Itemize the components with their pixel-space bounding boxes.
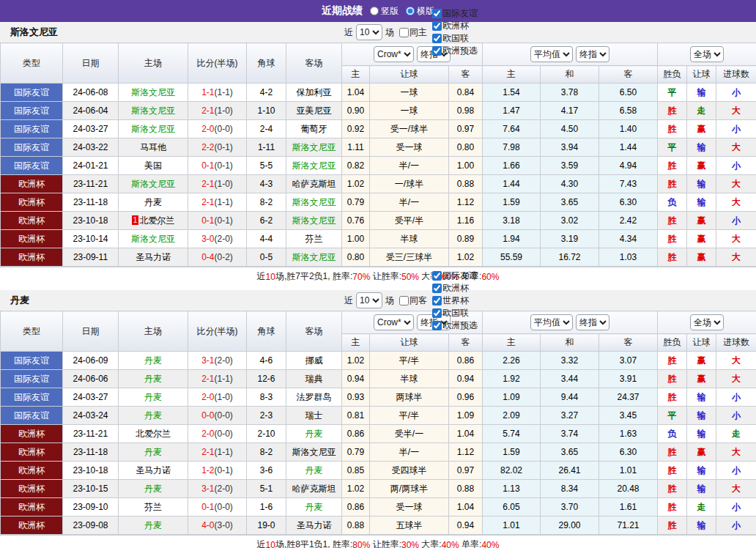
corners-cell: 8-2: [247, 193, 286, 212]
crow-away-odds: 1.12: [449, 193, 483, 212]
match-date: 24-06-04: [63, 102, 119, 120]
score-cell: 2-2(0-1): [188, 138, 247, 157]
corners-cell: 12-6: [247, 370, 286, 388]
scope-select[interactable]: 全场: [690, 314, 724, 330]
average-odds-group: 平均值终指: [483, 311, 658, 334]
handicap-cell: 半/一: [370, 443, 449, 462]
away-team-cell: 斯洛文尼亚: [286, 212, 342, 230]
sub-column-header: 客: [449, 334, 483, 352]
corners-cell: 1-11: [247, 138, 286, 157]
team-label: 丹麦: [144, 520, 162, 530]
avg-time-select[interactable]: 终指: [576, 46, 609, 62]
competition-checkbox[interactable]: 欧洲预选: [432, 319, 478, 332]
avg-home-odds: 5.74: [483, 425, 541, 443]
match-type: 国际友谊: [1, 120, 63, 138]
checkbox-icon[interactable]: [432, 296, 442, 306]
checkbox-icon[interactable]: [432, 21, 442, 31]
crow-away-odds: 1.12: [449, 443, 483, 462]
avg-away-odds: 1.03: [599, 248, 658, 267]
summary-stat-value: 10: [266, 272, 275, 282]
column-header: 日期: [63, 311, 119, 352]
handicap-result-cell: 走: [687, 498, 716, 516]
summary-stat-value: 80%: [352, 540, 370, 548]
result-cell: 平: [658, 407, 687, 425]
avg-home-odds: 7.64: [483, 120, 541, 138]
checkbox-icon[interactable]: [432, 46, 442, 56]
competition-checkbox[interactable]: 欧洲杯: [432, 20, 478, 32]
competition-checkbox[interactable]: 欧国联: [432, 32, 478, 45]
checkbox-icon[interactable]: [399, 296, 409, 306]
average-select[interactable]: 平均值: [530, 46, 573, 62]
competition-checkbox[interactable]: 国际友谊: [432, 270, 478, 282]
crow-home-odds: 0.79: [342, 193, 370, 212]
avg-home-odds: 1.54: [483, 84, 541, 102]
handicap-result-cell: 赢: [687, 370, 716, 388]
checkbox-icon[interactable]: [432, 9, 442, 18]
competition-checkbox[interactable]: 国际友谊: [432, 7, 478, 20]
score-cell: 0-1(0-1): [188, 157, 247, 175]
checkbox-icon[interactable]: [432, 308, 442, 318]
average-odds-group: 平均值终指: [483, 43, 658, 66]
scope-select[interactable]: 全场: [690, 46, 724, 62]
avg-time-select[interactable]: 终指: [576, 314, 609, 330]
competition-checkbox[interactable]: 欧国联: [432, 307, 478, 319]
goals-result-cell: 大: [716, 352, 756, 370]
checkbox-icon[interactable]: [432, 284, 442, 293]
same-venue-checkbox[interactable]: 同客: [399, 295, 427, 307]
corners-cell: 4-6: [247, 352, 286, 370]
handicap-result-cell: 赢: [687, 212, 716, 230]
competition-checkbox[interactable]: 世界杯: [432, 295, 478, 307]
checkbox-icon[interactable]: [432, 34, 442, 43]
checkbox-icon[interactable]: [432, 321, 442, 330]
crow-home-odds: 0.80: [342, 248, 370, 267]
crow-home-odds: 0.88: [342, 516, 370, 535]
competition-checkbox[interactable]: 欧洲预选: [432, 45, 478, 57]
home-team-cell: 丹麦: [119, 407, 188, 425]
team-label: 马耳他: [140, 142, 166, 152]
corners-cell: 8-3: [247, 388, 286, 407]
avg-away-odds: 1.44: [599, 138, 658, 157]
handicap-cell: 半/一: [370, 193, 449, 212]
handicap-result-cell: 输: [687, 138, 716, 157]
games-count-select[interactable]: 10: [356, 24, 382, 40]
match-type: 欧洲杯: [1, 443, 63, 462]
same-venue-checkbox[interactable]: 同主: [399, 26, 427, 39]
crow-away-odds: 1.09: [449, 407, 483, 425]
checkbox-icon[interactable]: [399, 28, 409, 37]
handicap-cell: 半球: [370, 370, 449, 388]
result-cell: 平: [658, 84, 687, 102]
away-team-cell: 斯洛文尼亚: [286, 193, 342, 212]
fulltime-score: 0-1: [201, 160, 214, 171]
score-cell: 2-1(1-1): [188, 193, 247, 212]
crow-away-odds: 0.88: [449, 175, 483, 193]
summary-text: 大率:: [419, 538, 442, 548]
filter-bar: 近 10 场 同客 国际友谊欧洲杯世界杯欧国联欧洲预选: [344, 270, 478, 332]
team-label: 丹麦: [144, 374, 162, 384]
score-cell: 2-1(1-1): [188, 370, 247, 388]
score-cell: 3-1(2-0): [188, 480, 247, 498]
goals-result-cell: 小: [716, 407, 756, 425]
corners-cell: 6-2: [247, 212, 286, 230]
competition-checkbox[interactable]: 欧洲杯: [432, 282, 478, 295]
home-team-cell: 丹麦: [119, 352, 188, 370]
goals-result-cell: 小: [716, 120, 756, 138]
corners-cell: 3-6: [247, 462, 286, 480]
games-count-select[interactable]: 10: [356, 292, 382, 308]
team-label: 丹麦: [144, 484, 162, 494]
fulltime-score: 2-1: [201, 197, 214, 207]
goals-result-cell: 大: [716, 480, 756, 498]
summary-stat-value: 40%: [481, 540, 499, 548]
match-row: 国际友谊24-03-27丹麦2-0(1-0)8-3法罗群岛0.93两球半0.96…: [1, 388, 756, 407]
column-header: 日期: [63, 43, 119, 84]
avg-draw-odds: 3.44: [541, 370, 599, 388]
match-type: 欧洲杯: [1, 425, 63, 443]
average-select[interactable]: 平均值: [530, 314, 573, 330]
result-cell: 胜: [658, 443, 687, 462]
checkbox-icon[interactable]: [432, 271, 442, 281]
home-team-cell: 丹麦: [119, 516, 188, 535]
near-label: 近: [344, 26, 353, 39]
away-team-cell: 挪威: [286, 352, 342, 370]
match-row: 国际友谊24-06-04斯洛文尼亚2-1(1-0)1-10亚美尼亚0.90一球0…: [1, 102, 756, 120]
avg-draw-odds: 3.27: [541, 407, 599, 425]
match-row: 国际友谊24-01-21美国0-1(0-1)5-5斯洛文尼亚0.82半/一1.0…: [1, 157, 756, 175]
